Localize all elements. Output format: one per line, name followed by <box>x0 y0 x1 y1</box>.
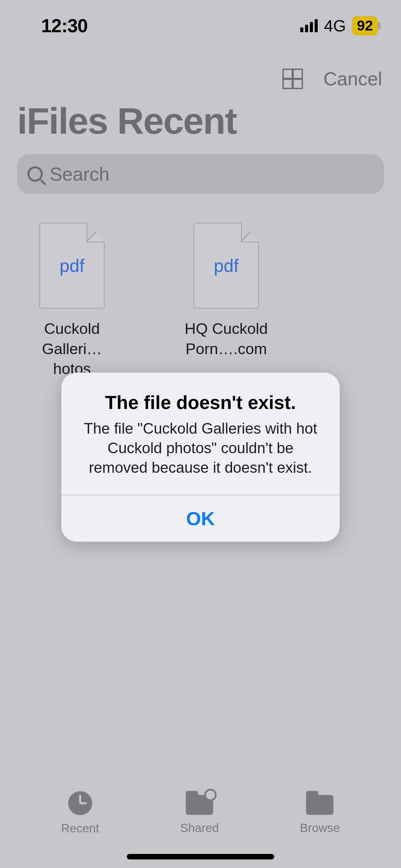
grid-view-icon[interactable] <box>282 69 303 89</box>
pdf-file-icon: pdf <box>39 223 105 309</box>
file-ext: pdf <box>60 255 84 276</box>
network-type: 4G <box>324 16 346 35</box>
home-indicator[interactable] <box>127 854 274 859</box>
tab-label: Browse <box>300 821 340 835</box>
search-placeholder: Search <box>50 163 109 185</box>
page-title: iFiles Recent <box>17 99 236 142</box>
nav-bar: Cancel <box>0 58 401 99</box>
battery-indicator: 92 <box>352 16 380 35</box>
battery-level: 92 <box>352 16 378 35</box>
tab-recent[interactable]: Recent <box>61 791 99 835</box>
search-icon <box>27 166 43 182</box>
cellular-signal-icon <box>300 19 318 32</box>
status-time: 12:30 <box>41 15 88 37</box>
tab-shared[interactable]: Shared <box>180 792 219 835</box>
shared-folder-icon <box>186 795 213 815</box>
alert-ok-button[interactable]: OK <box>61 495 340 542</box>
alert-dialog: The file doesn't exist. The file "Cuckol… <box>61 373 340 542</box>
cancel-button[interactable]: Cancel <box>324 68 382 90</box>
file-item[interactable]: pdf HQ Cuckold Porn….com <box>183 223 269 397</box>
folder-icon <box>306 795 333 815</box>
clock-icon <box>68 791 92 815</box>
tab-bar: Recent Shared Browse <box>0 782 401 844</box>
alert-message: The file "Cuckold Galleries with hot Cuc… <box>77 419 324 478</box>
file-ext: pdf <box>214 255 239 276</box>
alert-title: The file doesn't exist. <box>77 391 324 413</box>
pdf-file-icon: pdf <box>194 223 259 309</box>
file-grid: pdf Cuckold Galleri…hotos 0 pdf HQ Cucko… <box>29 223 269 397</box>
file-item[interactable]: pdf Cuckold Galleri…hotos 0 <box>29 223 115 397</box>
tab-browse[interactable]: Browse <box>300 792 340 835</box>
status-indicators: 4G 92 <box>300 16 380 35</box>
tab-label: Shared <box>180 821 219 835</box>
search-input[interactable]: Search <box>17 154 384 194</box>
tab-label: Recent <box>61 821 99 835</box>
file-name: Cuckold Galleri…hotos <box>29 319 115 379</box>
status-bar: 12:30 4G 92 <box>0 0 401 51</box>
file-name: HQ Cuckold Porn….com <box>183 319 269 359</box>
